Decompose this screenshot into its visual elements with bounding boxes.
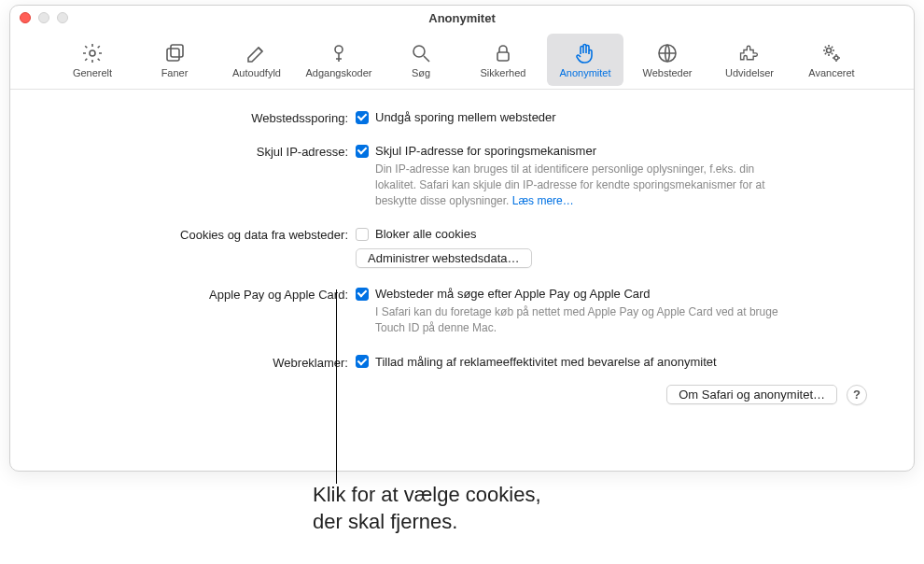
tabs-icon bbox=[162, 41, 187, 65]
gear-icon bbox=[80, 41, 105, 65]
tab-label: Søg bbox=[412, 67, 430, 78]
tab-label: Autoudfyld bbox=[232, 67, 281, 78]
svg-rect-2 bbox=[171, 45, 183, 57]
content-area: Webstedssporing: Undgå sporing mellem we… bbox=[10, 90, 914, 405]
block-cookies-label: Bloker alle cookies bbox=[375, 227, 476, 241]
minimize-button[interactable] bbox=[38, 12, 49, 23]
gears-icon bbox=[819, 41, 844, 65]
tab-tabs[interactable]: Faner bbox=[136, 34, 213, 86]
puzzle-icon bbox=[737, 41, 762, 65]
help-button[interactable]: ? bbox=[847, 385, 867, 405]
about-privacy-button[interactable]: Om Safari og anonymitet… bbox=[666, 385, 837, 404]
tab-label: Adgangskoder bbox=[306, 67, 372, 78]
hide-ip-hint: Din IP-adresse kan bruges til at identif… bbox=[356, 162, 785, 208]
apple-pay-hint: I Safari kan du foretage køb på nettet m… bbox=[356, 304, 785, 336]
apple-pay-label: Apple Pay og Apple Card: bbox=[38, 287, 356, 302]
globe-icon bbox=[655, 41, 679, 65]
hand-icon bbox=[573, 41, 597, 65]
block-cookies-checkbox[interactable] bbox=[356, 228, 369, 241]
tab-websites[interactable]: Websteder bbox=[629, 34, 706, 86]
tab-label: Sikkerhed bbox=[481, 67, 526, 78]
tab-label: Anonymitet bbox=[559, 67, 610, 78]
tab-general[interactable]: Generelt bbox=[54, 34, 131, 86]
tracking-label: Webstedssporing: bbox=[38, 110, 356, 125]
svg-point-8 bbox=[834, 56, 838, 60]
window-title: Anonymitet bbox=[10, 11, 914, 25]
hide-ip-checkbox-label: Skjul IP-adresse for sporingsmekanismer bbox=[375, 144, 596, 158]
tracking-checkbox-label: Undgå sporing mellem websteder bbox=[375, 110, 556, 124]
svg-rect-1 bbox=[167, 49, 179, 61]
hide-ip-checkbox[interactable] bbox=[356, 145, 369, 158]
hide-ip-label: Skjul IP-adresse: bbox=[38, 144, 356, 159]
ads-checkbox[interactable] bbox=[356, 355, 369, 368]
lock-icon bbox=[491, 41, 515, 65]
pen-icon bbox=[245, 41, 269, 65]
svg-point-7 bbox=[827, 48, 832, 52]
ads-checkbox-label: Tillad måling af reklameeffektivitet med… bbox=[375, 355, 717, 369]
callout-text: Klik for at vælge cookies, der skal fjer… bbox=[313, 482, 541, 535]
learn-more-link[interactable]: Læs mere… bbox=[512, 194, 574, 207]
apple-pay-checkbox[interactable] bbox=[356, 288, 369, 301]
tab-label: Avanceret bbox=[808, 67, 854, 78]
tab-autofill[interactable]: Autoudfyld bbox=[218, 34, 295, 86]
tab-label: Generelt bbox=[73, 67, 112, 78]
svg-rect-5 bbox=[497, 52, 509, 61]
tab-label: Udvidelser bbox=[725, 67, 774, 78]
toolbar: Generelt Faner Autoudfyld Adgangskoder S… bbox=[10, 30, 914, 90]
tracking-checkbox[interactable] bbox=[356, 111, 369, 124]
svg-point-3 bbox=[335, 46, 343, 53]
apple-pay-checkbox-label: Websteder må søge efter Apple Pay og App… bbox=[375, 287, 651, 301]
svg-point-4 bbox=[413, 46, 425, 57]
tab-label: Faner bbox=[161, 67, 189, 78]
cookies-label: Cookies og data fra websteder: bbox=[38, 227, 356, 242]
tab-privacy[interactable]: Anonymitet bbox=[547, 34, 623, 86]
tab-advanced[interactable]: Avanceret bbox=[793, 34, 870, 86]
tab-security[interactable]: Sikkerhed bbox=[465, 34, 541, 86]
close-button[interactable] bbox=[20, 12, 31, 23]
search-icon bbox=[409, 41, 433, 65]
ads-label: Webreklamer: bbox=[38, 355, 356, 370]
tab-label: Websteder bbox=[643, 67, 693, 78]
preferences-window: Anonymitet Generelt Faner Autoudfyld Adg… bbox=[9, 5, 915, 472]
tab-extensions[interactable]: Udvidelser bbox=[711, 34, 788, 86]
key-icon bbox=[327, 41, 351, 65]
traffic-lights bbox=[20, 12, 68, 23]
manage-website-data-button[interactable]: Administrer webstedsdata… bbox=[356, 248, 532, 268]
svg-point-0 bbox=[90, 50, 95, 56]
tab-search[interactable]: Søg bbox=[383, 34, 459, 86]
titlebar: Anonymitet bbox=[10, 6, 914, 30]
tab-passwords[interactable]: Adgangskoder bbox=[301, 34, 377, 86]
maximize-button[interactable] bbox=[57, 12, 68, 23]
callout-leader-line bbox=[336, 289, 337, 484]
